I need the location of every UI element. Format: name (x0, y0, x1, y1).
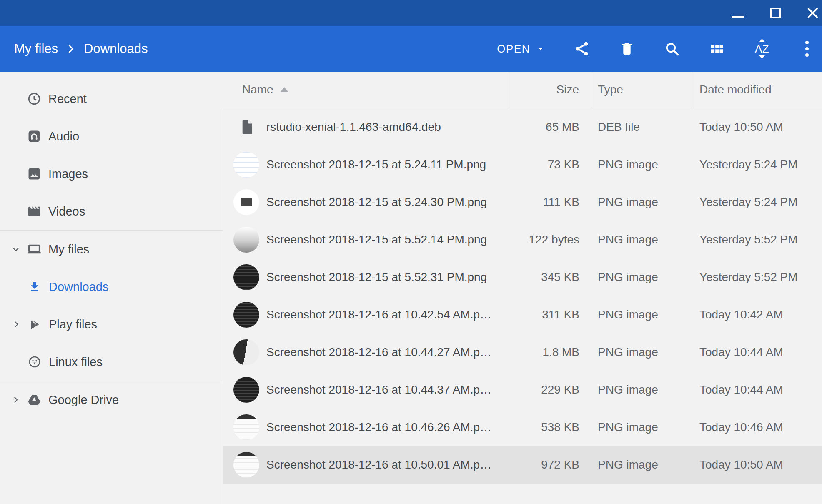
sidebar-item-label: Play files (49, 318, 97, 331)
window-controls (729, 4, 822, 22)
column-header-label: Type (598, 83, 623, 96)
chevron-right-icon[interactable] (7, 320, 25, 329)
share-icon (574, 40, 590, 57)
file-type: PNG image (591, 458, 692, 471)
file-list-panel: Name Size Type Date modified rstudio-xen… (223, 72, 822, 504)
file-name-cell: rstudio-xenial-1.1.463-amd64.deb (223, 119, 510, 135)
file-row[interactable]: Screenshot 2018-12-15 at 5.24.30 PM.png … (223, 183, 822, 221)
column-header-size[interactable]: Size (510, 72, 591, 108)
file-thumbnail (233, 452, 259, 478)
file-date: Yesterday 5:24 PM (692, 196, 822, 209)
search-icon (664, 40, 680, 57)
files-app-window: My files Downloads OPEN (0, 0, 822, 504)
chevron-down-icon (535, 43, 546, 54)
file-name: Screenshot 2018-12-16 at 10.44.27 AM.p… (266, 346, 491, 359)
column-header-date[interactable]: Date modified (692, 72, 822, 108)
file-name-cell: Screenshot 2018-12-15 at 5.52.14 PM.png (223, 227, 510, 253)
close-button[interactable] (804, 4, 822, 22)
sidebar-item-downloads[interactable]: Downloads (0, 268, 223, 306)
sidebar-item-label: Google Drive (48, 393, 119, 407)
file-thumbnail (233, 302, 259, 328)
file-date: Today 10:50 AM (692, 120, 822, 134)
file-type: PNG image (591, 233, 692, 246)
file-date: Today 10:50 AM (692, 458, 822, 471)
sidebar-item-videos[interactable]: Videos (0, 193, 223, 230)
column-header-label: Size (556, 83, 579, 96)
sidebar-item-audio[interactable]: Audio (0, 118, 223, 155)
chevron-down-icon[interactable] (7, 245, 25, 254)
file-date: Today 10:44 AM (692, 383, 822, 396)
file-name: Screenshot 2018-12-16 at 10.46.26 AM.p… (266, 421, 491, 434)
file-name-cell: Screenshot 2018-12-16 at 10.50.01 AM.p… (223, 452, 510, 478)
chevron-right-icon[interactable] (7, 395, 25, 404)
sidebar-item-google-drive[interactable]: Google Drive (0, 381, 223, 419)
file-thumbnail (233, 377, 259, 403)
file-row[interactable]: Screenshot 2018-12-15 at 5.24.11 PM.png … (223, 146, 822, 183)
file-name-cell: Screenshot 2018-12-16 at 10.42.54 AM.p… (223, 302, 510, 328)
column-header-type[interactable]: Type (591, 72, 692, 108)
file-row[interactable]: Screenshot 2018-12-15 at 5.52.14 PM.png … (223, 221, 822, 258)
clapper-icon (25, 204, 43, 218)
image-icon (25, 167, 43, 181)
column-header-name[interactable]: Name (223, 72, 510, 108)
sort-button[interactable]: AZ (753, 40, 771, 58)
sidebar-item-my-files[interactable]: My files (0, 231, 223, 268)
trash-icon (619, 41, 635, 57)
file-type: PNG image (591, 158, 692, 171)
breadcrumb-downloads[interactable]: Downloads (84, 41, 148, 56)
breadcrumb-my-files[interactable]: My files (14, 41, 58, 56)
titlebar (0, 0, 822, 26)
file-thumbnail (233, 414, 259, 440)
maximize-button[interactable] (766, 4, 784, 22)
sidebar-item-label: My files (48, 243, 89, 256)
main-area: Recent Audio Images (0, 72, 822, 504)
file-size: 311 KB (510, 308, 591, 321)
file-row[interactable]: Screenshot 2018-12-15 at 5.52.31 PM.png … (223, 258, 822, 296)
minimize-button[interactable] (729, 4, 747, 22)
file-date: Today 10:46 AM (692, 421, 822, 434)
open-button-label: OPEN (497, 43, 530, 55)
grid-view-button[interactable] (708, 40, 726, 58)
file-name-cell: Screenshot 2018-12-16 at 10.44.37 AM.p… (223, 377, 510, 403)
play-icon (25, 318, 44, 331)
open-button[interactable]: OPEN (497, 43, 546, 55)
headphones-icon (25, 129, 43, 143)
file-row[interactable]: Screenshot 2018-12-16 at 10.50.01 AM.p… … (223, 446, 822, 484)
file-name-cell: Screenshot 2018-12-16 at 10.46.26 AM.p… (223, 414, 510, 440)
file-date: Today 10:42 AM (692, 308, 822, 321)
delete-button[interactable] (618, 40, 636, 58)
file-thumbnail (233, 189, 259, 215)
file-name: Screenshot 2018-12-16 at 10.44.37 AM.p… (266, 383, 491, 396)
sidebar: Recent Audio Images (0, 72, 223, 504)
search-button[interactable] (663, 40, 681, 58)
file-type: PNG image (591, 196, 692, 209)
grid-view-icon (709, 40, 725, 57)
sidebar-item-play-files[interactable]: Play files (0, 306, 223, 343)
file-type: PNG image (591, 421, 692, 434)
sidebar-item-linux-files[interactable]: Linux files (0, 343, 223, 381)
file-size: 65 MB (510, 120, 591, 134)
share-button[interactable] (573, 40, 591, 58)
file-name: Screenshot 2018-12-15 at 5.24.11 PM.png (266, 158, 486, 171)
column-header-label: Date modified (699, 83, 772, 96)
file-row[interactable]: Screenshot 2018-12-16 at 10.44.27 AM.p… … (223, 333, 822, 371)
file-size: 73 KB (510, 158, 591, 171)
sidebar-item-recent[interactable]: Recent (0, 80, 223, 118)
file-row[interactable]: rstudio-xenial-1.1.463-amd64.deb 65 MB D… (223, 108, 822, 146)
file-name-cell: Screenshot 2018-12-15 at 5.52.31 PM.png (223, 264, 510, 290)
sidebar-item-label: Audio (48, 130, 79, 143)
clock-icon (25, 92, 43, 106)
more-menu-button[interactable] (798, 40, 816, 58)
file-name-cell: Screenshot 2018-12-15 at 5.24.30 PM.png (223, 189, 510, 215)
file-row[interactable]: Screenshot 2018-12-16 at 10.46.26 AM.p… … (223, 409, 822, 446)
file-row[interactable]: Screenshot 2018-12-16 at 10.44.37 AM.p… … (223, 371, 822, 409)
file-date: Today 10:44 AM (692, 346, 822, 359)
sidebar-item-images[interactable]: Images (0, 155, 223, 193)
file-name: Screenshot 2018-12-16 at 10.50.01 AM.p… (266, 458, 491, 471)
file-thumbnail (233, 339, 259, 365)
file-name-cell: Screenshot 2018-12-16 at 10.44.27 AM.p… (223, 339, 510, 365)
sidebar-item-label: Linux files (49, 355, 103, 369)
sidebar-item-label: Downloads (49, 280, 108, 294)
file-row[interactable]: Screenshot 2018-12-16 at 10.42.54 AM.p… … (223, 296, 822, 333)
file-type: PNG image (591, 308, 692, 321)
